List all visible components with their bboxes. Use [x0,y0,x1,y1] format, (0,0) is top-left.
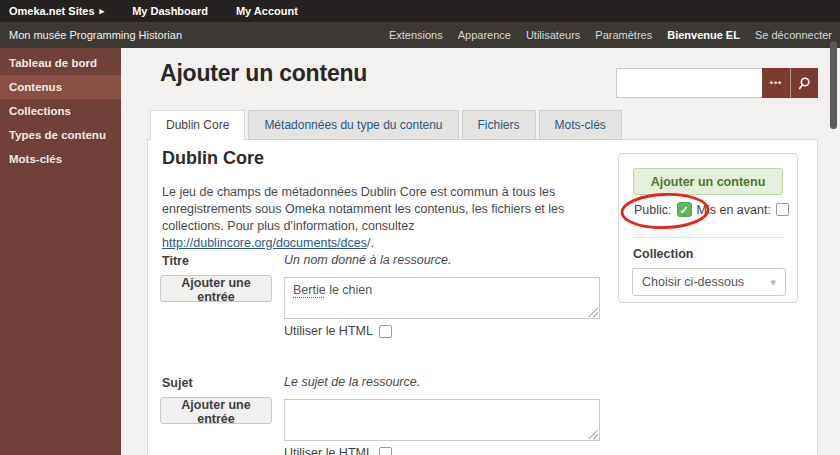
tab-dublin-core[interactable]: Dublin Core [150,110,245,141]
resize-handle-icon[interactable] [588,307,598,317]
field-hint-sujet: Le sujet de la ressource. [284,375,420,389]
nav-parametres[interactable]: Paramètres [595,29,652,41]
chevron-right-icon: ▸ [100,6,105,16]
tab-metadonnees-type[interactable]: Métadonnées du type du contenu [248,110,458,140]
admin-bar-links: Extensions Apparence Utilisateurs Paramè… [389,29,832,41]
sujet-textarea[interactable] [284,399,600,441]
html-toggle-row-titre: Utiliser le HTML [284,324,392,338]
public-checkbox[interactable]: ✓ [677,202,692,217]
titre-textarea[interactable]: Bertie le chien [284,277,600,319]
ellipsis-icon: ••• [770,78,782,88]
collection-select[interactable]: Choisir ci-dessous ▾ [632,268,786,296]
scrollbar-thumb[interactable] [830,41,837,129]
flags-row: Public: ✓ Mis en avant: [634,202,789,217]
save-panel: Ajouter un contenu Public: ✓ Mis en avan… [618,153,798,303]
field-hint-titre: Un nom donné à la ressource. [284,253,451,267]
sidebar-item-mots-cles[interactable]: Mots-clés [0,147,121,171]
collection-selected-value: Choisir ci-dessous [642,275,744,289]
topbar-omeka-sites[interactable]: Omeka.net Sites ▸ [9,5,104,17]
topbar-my-account[interactable]: My Account [236,5,298,17]
search-submit-button[interactable] [790,68,818,98]
omeka-admin-screen: Omeka.net Sites ▸ My Dashboard My Accoun… [0,0,840,455]
section-description: Le jeu de champs de métadonnées Dublin C… [162,184,614,252]
search-options-button[interactable]: ••• [762,68,790,98]
sidebar-item-types-de-contenu[interactable]: Types de contenu [0,123,121,147]
nav-apparence[interactable]: Apparence [458,29,511,41]
field-label-titre: Titre [162,254,189,268]
tab-fichiers[interactable]: Fichiers [462,110,536,140]
site-title[interactable]: Mon musée Programming Historian [9,29,182,41]
content-tabs: Dublin Core Métadonnées du type du conte… [150,110,622,140]
titre-value-rest: le chien [326,283,373,297]
main-content: Ajouter un contenu ••• Dublin Core Métad… [121,48,840,455]
dublincore-link[interactable]: http://dublincore.org/documents/dces [162,236,367,250]
use-html-label-sujet: Utiliser le HTML [284,446,373,455]
sidebar-nav: Tableau de bord Contenus Collections Typ… [0,48,121,455]
public-label: Public: [634,203,672,217]
titre-value-misspelled: Bertie [293,283,326,297]
resize-handle-icon[interactable] [588,429,598,439]
add-entry-button-titre[interactable]: Ajouter une entrée [160,275,272,302]
tab-mots-cles[interactable]: Mots-clés [539,110,622,140]
topbar-my-account-label: My Account [236,5,298,17]
divider [633,237,784,238]
welcome-user-link[interactable]: Bienvenue EL [667,29,740,41]
chevron-down-icon: ▾ [770,269,776,295]
search-icon [797,76,812,91]
dublin-core-panel: Dublin Core Le jeu de champs de métadonn… [147,139,818,455]
featured-checkbox[interactable] [776,203,789,216]
html-toggle-row-sujet: Utiliser le HTML [284,446,392,455]
topbar-omeka-sites-label: Omeka.net Sites [9,5,95,17]
description-text: Le jeu de champs de métadonnées Dublin C… [162,185,564,233]
collection-label: Collection [633,247,693,261]
use-html-checkbox-titre[interactable] [379,325,392,338]
featured-label: Mis en avant: [697,203,771,217]
nav-extensions[interactable]: Extensions [389,29,443,41]
topbar-my-dashboard[interactable]: My Dashboard [132,5,208,17]
top-bar: Omeka.net Sites ▸ My Dashboard My Accoun… [0,0,840,22]
sidebar-item-collections[interactable]: Collections [0,99,121,123]
sidebar-item-tableau-de-bord[interactable]: Tableau de bord [0,51,121,75]
page-title: Ajouter un contenu [160,60,367,87]
admin-bar: Mon musée Programming Historian Extensio… [0,22,840,48]
description-suffix: /. [367,236,374,250]
sidebar-item-contenus[interactable]: Contenus [0,75,121,99]
add-entry-button-sujet[interactable]: Ajouter une entrée [160,397,272,424]
check-icon: ✓ [679,204,688,216]
search-bar: ••• [616,68,818,98]
add-item-submit-button[interactable]: Ajouter un contenu [633,168,783,195]
use-html-checkbox-sujet[interactable] [379,447,392,455]
logout-link[interactable]: Se déconnecter [755,29,832,41]
use-html-label-titre: Utiliser le HTML [284,324,373,338]
section-heading: Dublin Core [162,148,264,169]
field-label-sujet: Sujet [162,376,193,390]
nav-utilisateurs[interactable]: Utilisateurs [526,29,580,41]
search-input[interactable] [616,68,762,98]
topbar-my-dashboard-label: My Dashboard [132,5,208,17]
